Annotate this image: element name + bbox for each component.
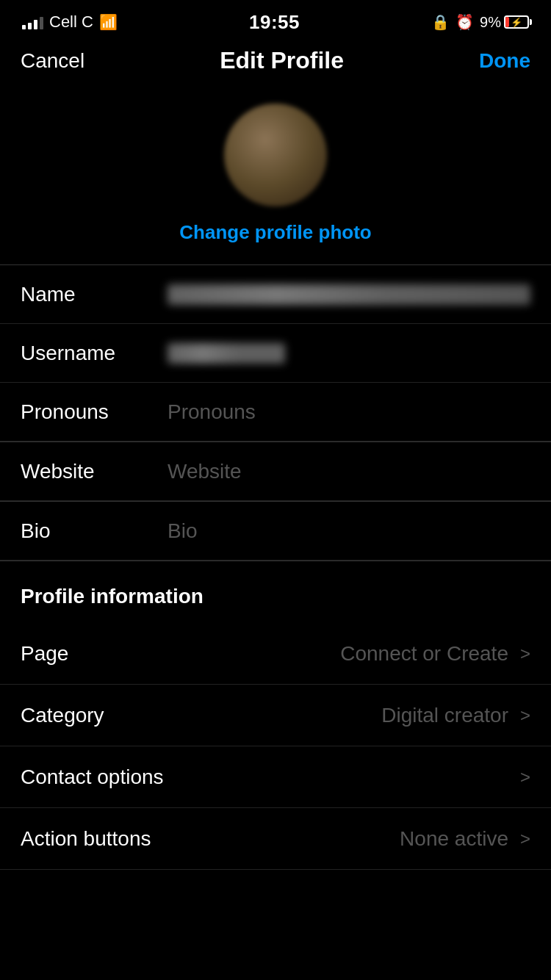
nav-bar: Cancel Edit Profile Done	[0, 40, 551, 86]
name-row: Name	[0, 265, 551, 324]
contact-options-chevron-icon: >	[520, 767, 530, 788]
signal-icon	[22, 15, 43, 29]
action-buttons-label: Action buttons	[21, 827, 151, 851]
profile-info-title: Profile information	[21, 585, 204, 608]
category-right: Digital creator >	[381, 704, 530, 727]
battery-fill	[505, 17, 509, 27]
username-row: Username	[0, 324, 551, 383]
category-chevron-icon: >	[520, 705, 530, 726]
category-value: Digital creator	[381, 704, 508, 727]
page-value: Connect or Create	[340, 642, 508, 666]
status-left: Cell C 📶	[22, 12, 118, 32]
status-right: 🔒 ⏰ 9% ⚡	[431, 13, 529, 31]
pronouns-input[interactable]	[168, 400, 530, 424]
action-buttons-right: None active >	[400, 827, 530, 851]
website-input[interactable]	[168, 460, 530, 483]
category-label: Category	[21, 704, 104, 727]
page-right: Connect or Create >	[340, 642, 530, 666]
bio-label: Bio	[21, 519, 168, 543]
cancel-button[interactable]: Cancel	[21, 49, 84, 73]
username-label: Username	[21, 342, 168, 365]
contact-options-right: >	[520, 767, 530, 788]
battery-icon: ⚡	[504, 15, 529, 29]
website-row: Website	[0, 442, 551, 501]
page-row[interactable]: Page Connect or Create >	[0, 623, 551, 685]
category-row[interactable]: Category Digital creator >	[0, 685, 551, 746]
carrier-label: Cell C	[49, 12, 93, 32]
pronouns-label: Pronouns	[21, 400, 168, 424]
contact-options-row[interactable]: Contact options >	[0, 746, 551, 808]
battery-bolt-icon: ⚡	[511, 17, 522, 28]
status-bar: Cell C 📶 19:55 🔒 ⏰ 9% ⚡	[0, 0, 551, 40]
action-buttons-value: None active	[400, 827, 508, 851]
name-input-blurred[interactable]	[168, 284, 530, 305]
profile-info-section-header: Profile information	[0, 561, 551, 623]
done-button[interactable]: Done	[479, 49, 530, 73]
change-photo-button[interactable]: Change profile photo	[179, 221, 371, 244]
time-label: 19:55	[249, 11, 300, 34]
lock-icon: 🔒	[431, 13, 450, 31]
bio-input[interactable]	[168, 519, 530, 543]
page-label: Page	[21, 642, 68, 666]
page-title: Edit Profile	[220, 47, 344, 74]
bio-row: Bio	[0, 502, 551, 561]
wifi-icon: 📶	[99, 13, 118, 31]
avatar[interactable]	[224, 104, 327, 206]
photo-section: Change profile photo	[0, 86, 551, 264]
name-label: Name	[21, 283, 168, 306]
alarm-icon: ⏰	[455, 13, 474, 31]
username-input-blurred[interactable]	[168, 343, 285, 364]
website-label: Website	[21, 460, 168, 483]
pronouns-row: Pronouns	[0, 383, 551, 442]
action-buttons-chevron-icon: >	[520, 829, 530, 849]
battery-container: 9% ⚡	[480, 14, 529, 31]
contact-options-label: Contact options	[21, 765, 164, 789]
action-buttons-row[interactable]: Action buttons None active >	[0, 808, 551, 870]
page-chevron-icon: >	[520, 644, 530, 664]
battery-percent: 9%	[480, 14, 501, 31]
form-section: Name Username Pronouns Website Bio	[0, 265, 551, 561]
